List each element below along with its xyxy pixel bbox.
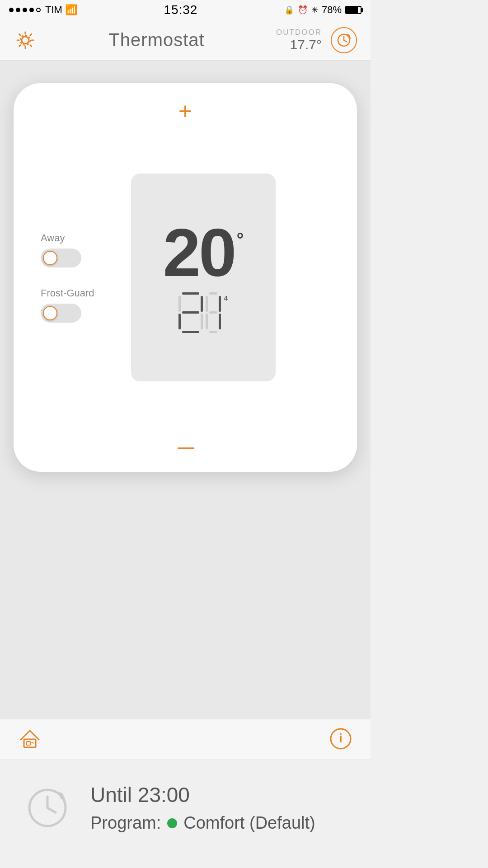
battery-percentage: 78% <box>322 4 342 16</box>
thermostat-device: + Away Frost-Guard 20 ° <box>14 83 357 472</box>
signal-dots <box>9 8 41 12</box>
frost-guard-label: Frost-Guard <box>41 287 94 299</box>
dot5 <box>36 8 41 12</box>
page-title: Thermostat <box>108 30 204 50</box>
info-button[interactable]: i <box>329 727 352 752</box>
seg-digit-2 <box>178 292 203 333</box>
header-right: OUTDOOR 17.7° <box>276 27 357 53</box>
outdoor-temp: 17.7° <box>276 37 322 52</box>
decrease-temp-button[interactable]: — <box>178 439 193 455</box>
history-button[interactable] <box>331 27 357 53</box>
lcd-display: 20 ° <box>131 174 276 381</box>
lock-icon: 🔒 <box>284 5 294 15</box>
toggles-panel: Away Frost-Guard <box>41 232 94 323</box>
schedule-icon <box>23 783 72 833</box>
dot2 <box>16 8 20 12</box>
status-bar: TIM 📶 15:32 🔒 ⏰ ✳ 78% <box>0 0 371 20</box>
outdoor-info: OUTDOOR 17.7° <box>276 28 322 52</box>
set-temp-digits: 20 <box>163 222 235 283</box>
increase-temp-button[interactable]: + <box>178 99 192 123</box>
until-time: Until 23:00 <box>90 783 315 807</box>
status-time: 15:32 <box>164 3 197 17</box>
set-temp-degree: ° <box>236 230 244 249</box>
current-temperature: ⁴ <box>178 292 228 333</box>
frost-guard-toggle-knob <box>43 306 57 320</box>
wifi-icon: 📶 <box>65 4 77 16</box>
seg-digit-1 <box>206 292 221 333</box>
battery-fill <box>346 7 358 13</box>
main-section: + Away Frost-Guard 20 ° <box>0 61 371 760</box>
info-section: Until 23:00 Program: Comfort (Default) <box>0 760 371 855</box>
away-toggle-item: Away <box>41 232 94 267</box>
alarm-icon: ⏰ <box>298 5 308 15</box>
battery-icon <box>345 6 361 14</box>
bluetooth-icon: ✳ <box>311 5 318 15</box>
dot1 <box>9 8 14 12</box>
home-button[interactable] <box>18 727 42 752</box>
away-label: Away <box>41 232 65 244</box>
svg-text:i: i <box>339 731 343 745</box>
svg-point-0 <box>22 37 29 44</box>
schedule-info: Until 23:00 Program: Comfort (Default) <box>90 783 315 833</box>
away-toggle[interactable] <box>41 249 81 267</box>
frost-guard-toggle[interactable] <box>41 304 81 323</box>
settings-button[interactable] <box>14 28 37 52</box>
away-toggle-knob <box>43 251 57 265</box>
program-prefix: Program: <box>90 813 161 833</box>
carrier-name: TIM <box>45 4 62 16</box>
set-temperature: 20 ° <box>163 222 244 283</box>
outdoor-label: OUTDOOR <box>276 28 322 37</box>
program-dot <box>167 818 177 828</box>
frost-guard-toggle-item: Frost-Guard <box>41 287 94 323</box>
app-header: Thermostat OUTDOOR 17.7° <box>0 20 371 61</box>
status-right: 🔒 ⏰ ✳ 78% <box>284 4 361 16</box>
bottom-nav-bar: i <box>0 719 371 760</box>
program-name: Comfort (Default) <box>183 813 315 833</box>
program-line: Program: Comfort (Default) <box>90 813 315 833</box>
current-temp-degree: ⁴ <box>224 294 228 307</box>
dot3 <box>23 8 27 12</box>
status-left: TIM 📶 <box>9 4 77 16</box>
dot4 <box>29 8 34 12</box>
svg-rect-4 <box>27 741 30 745</box>
